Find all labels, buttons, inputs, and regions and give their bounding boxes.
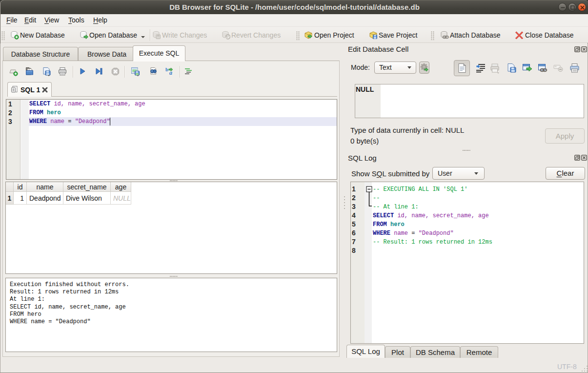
svg-text:a: a [169,69,172,76]
svg-text:b: b [165,67,168,72]
